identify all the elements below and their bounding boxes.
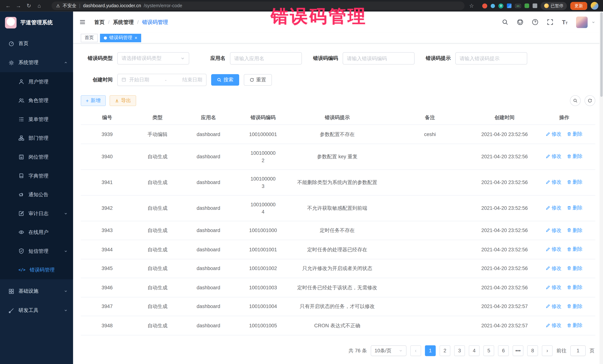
app-name-field[interactable] (230, 52, 302, 65)
error-type-select[interactable]: 请选择错误码类型 (117, 52, 189, 65)
edit-link[interactable]: 修改 (546, 284, 562, 291)
github-icon[interactable] (517, 19, 523, 25)
extension-blue-icon[interactable] (491, 4, 495, 8)
sidebar-item-dictionary[interactable]: 字典管理 (0, 166, 73, 185)
sidebar-item-menus[interactable]: 菜单管理 (0, 110, 73, 129)
delete-link[interactable]: 删除 (567, 321, 583, 329)
url-host: dashboard.yudao.iocoder.cn (83, 3, 141, 9)
cell-remark (384, 259, 476, 278)
add-button[interactable]: + 新增 (81, 95, 105, 106)
menu-label: 菜单管理 (28, 116, 48, 123)
sidebar-item-error-codes[interactable]: </> 错误码管理 (0, 260, 73, 279)
browser-home-icon[interactable]: ⌂ (36, 0, 43, 11)
show-search-toggle-button[interactable] (570, 95, 581, 106)
breadcrumb-home[interactable]: 首页 (94, 19, 105, 26)
hamburger-icon[interactable] (79, 19, 86, 25)
delete-link[interactable]: 删除 (567, 265, 583, 272)
app-logo[interactable]: 芋道管理系统 (0, 11, 73, 34)
font-size-icon[interactable]: TT (562, 19, 568, 25)
tab-home[interactable]: 首页 (81, 33, 98, 42)
sidebar-item-posts[interactable]: 岗位管理 (0, 147, 73, 166)
scrollbar-thumb[interactable] (600, 12, 602, 97)
extension-teal-check-icon[interactable]: V (499, 3, 504, 8)
cell-code: 100100000 2 (235, 144, 290, 169)
extension-grid-icon[interactable] (507, 3, 511, 8)
refresh-button[interactable] (585, 95, 595, 106)
page-number-button[interactable]: 5 (483, 345, 494, 356)
tab-close-icon[interactable]: × (135, 36, 137, 40)
sidebar-item-roles[interactable]: 角色管理 (0, 91, 73, 110)
delete-link[interactable]: 删除 (567, 204, 583, 211)
browser-profile-avatar[interactable] (591, 2, 598, 10)
page-size-select[interactable]: 10条/页 (371, 345, 406, 356)
delete-link[interactable]: 删除 (567, 178, 583, 186)
browser-back-icon[interactable]: ← (5, 0, 12, 11)
page-number-button[interactable]: 2 (440, 345, 450, 356)
delete-link[interactable]: 删除 (567, 302, 583, 310)
edit-link[interactable]: 修改 (546, 302, 562, 310)
tab-error-codes[interactable]: 错误码管理 × (100, 33, 141, 42)
page-number-button[interactable]: 3 (454, 345, 465, 356)
page-number-button[interactable]: 8 (527, 345, 538, 356)
prev-page-button[interactable]: ‹ (410, 345, 421, 356)
breadcrumb-system[interactable]: 系统管理 (113, 19, 134, 26)
error-hint-field[interactable] (455, 52, 527, 65)
extension-proxy-on-icon[interactable]: on (515, 4, 521, 8)
sidebar-item-home[interactable]: 首页 (0, 34, 73, 53)
sidebar-item-online-users[interactable]: 在线用户 (0, 223, 73, 242)
error-code-field[interactable] (343, 52, 415, 65)
sidebar-item-notices[interactable]: 通知公告 (0, 185, 73, 204)
user-avatar[interactable] (576, 16, 588, 28)
goto-page-input[interactable] (570, 345, 586, 356)
next-page-button[interactable]: › (542, 345, 553, 356)
edit-link[interactable]: 修改 (546, 245, 562, 253)
sidebar-item-audit-logs[interactable]: 审计日志 (0, 204, 73, 223)
edit-link[interactable]: 修改 (546, 178, 562, 186)
delete-link[interactable]: 删除 (567, 284, 583, 291)
edit-link[interactable]: 修改 (546, 265, 562, 272)
edit-link[interactable]: 修改 (546, 321, 562, 329)
browser-reload-icon[interactable]: ↻ (25, 0, 32, 11)
help-icon[interactable] (532, 19, 538, 25)
sidebar-item-system[interactable]: 系统管理 (0, 53, 73, 72)
table-row: 3946 自动生成 dashboard 1001001003 定时任务已经处于该… (81, 278, 595, 297)
browser-forward-icon[interactable]: → (15, 0, 22, 11)
page-number-button[interactable]: 6 (498, 345, 509, 356)
avatar-caret-down-icon[interactable] (591, 20, 595, 24)
fullscreen-icon[interactable] (547, 19, 554, 25)
search-button[interactable]: 搜索 (211, 74, 239, 86)
extensions-puzzle-icon[interactable] (533, 3, 537, 8)
page-number-button[interactable]: 4 (469, 345, 480, 356)
extension-red-icon[interactable] (482, 3, 487, 8)
cell-time: 2021-04-20 23:52:56 (476, 278, 533, 297)
error-code-input[interactable] (347, 55, 410, 61)
edit-link[interactable]: 修改 (546, 226, 562, 234)
reset-button[interactable]: 重置 (244, 74, 272, 86)
sidebar-item-infrastructure[interactable]: 基础设施 (0, 282, 73, 301)
bookmark-star-icon[interactable]: ☆ (468, 0, 475, 11)
page-number-button[interactable]: ••• (513, 345, 523, 356)
sidebar-item-departments[interactable]: 部门管理 (0, 129, 73, 147)
delete-link[interactable]: 删除 (567, 130, 583, 138)
edit-link[interactable]: 修改 (546, 204, 562, 211)
address-bar[interactable]: ⚠ 不安全 | dashboard.yudao.iocoder.cn/syste… (52, 1, 465, 10)
edit-link[interactable]: 修改 (546, 130, 562, 138)
extension-green-icon[interactable] (524, 3, 529, 8)
export-button[interactable]: 导出 (109, 95, 136, 106)
page-scrollbar[interactable] (600, 11, 603, 364)
sidebar-item-sms[interactable]: 短信管理 (0, 242, 73, 261)
search-icon[interactable] (502, 19, 509, 25)
browser-update-button[interactable]: 更新 (570, 2, 587, 10)
edit-link[interactable]: 修改 (546, 153, 562, 160)
paused-badge[interactable]: 已暂停 (541, 2, 567, 10)
app-name-input[interactable] (234, 55, 298, 61)
page-number-button[interactable]: 1 (425, 345, 436, 356)
delete-link[interactable]: 删除 (567, 153, 583, 160)
delete-link[interactable]: 删除 (567, 245, 583, 253)
error-hint-input[interactable] (460, 55, 523, 61)
sidebar-item-dev-tools[interactable]: 研发工具 (0, 301, 73, 320)
delete-link[interactable]: 删除 (567, 226, 583, 234)
cell-code: 100100000 3 (235, 169, 290, 195)
sidebar-item-users[interactable]: 用户管理 (0, 72, 73, 91)
date-range-picker[interactable]: 开始日期 - 结束日期 (117, 74, 207, 86)
